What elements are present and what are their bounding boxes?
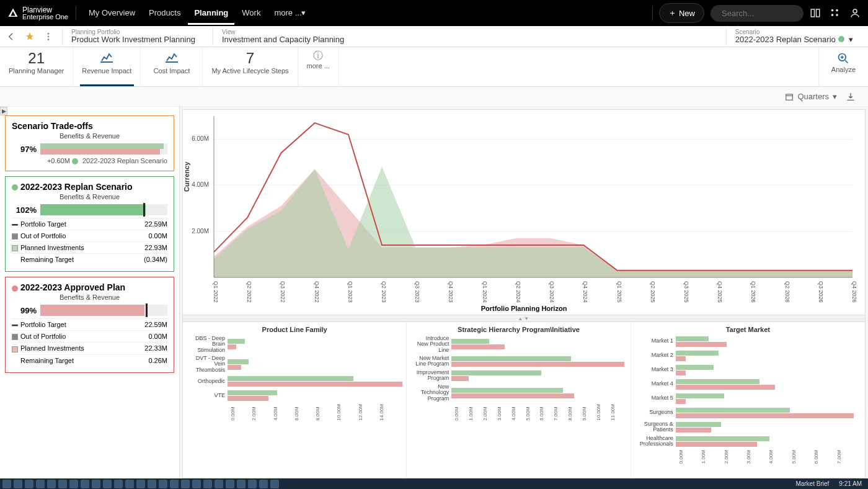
metric-row: Portfolio Target22.59M (12, 218, 167, 230)
bar-row: Improvement Program (413, 370, 624, 382)
tab-count-0: 21 (9, 51, 64, 66)
taskbar-icon[interactable] (92, 480, 100, 488)
svg-point-6 (853, 9, 857, 13)
bar-label: Introduce New Product Line (413, 336, 451, 353)
bar-pair (228, 359, 400, 370)
nav-planning[interactable]: Planning (188, 2, 234, 25)
taskbar-icon[interactable] (36, 480, 45, 488)
card-approved[interactable]: 2022-2023 Approved Plan Benefits & Reven… (5, 277, 174, 372)
tab-lifecycle-steps[interactable]: 7 My Active Lifecycle Steps (203, 47, 298, 86)
chart-target-market[interactable]: Target Market Market 1 Market 2 Market 3 (631, 322, 865, 478)
taskbar-icon[interactable] (215, 480, 223, 488)
tab-planning-manager[interactable]: 21 Planning Manager (0, 47, 73, 86)
nav-more[interactable]: more ...▾ (268, 2, 312, 25)
taskbar-icon[interactable] (14, 480, 22, 488)
apps-icon[interactable] (830, 7, 841, 19)
brand-logo[interactable]: Planview Enterprise One (7, 6, 76, 20)
charts-area: Currency Portfolio Planning Horizon 2.00… (182, 109, 866, 478)
taskbar-icon[interactable] (226, 480, 234, 488)
time-grain-select[interactable]: Quarters ▾ (785, 92, 837, 101)
chart-strategic-hierarchy[interactable]: Strategic Hierarchy Program\Initiative I… (407, 322, 631, 478)
back-icon[interactable] (6, 32, 16, 42)
svg-point-9 (48, 38, 50, 40)
taskbar-clock: 9:21 AM (839, 480, 862, 487)
taskbar-icon[interactable] (270, 480, 279, 488)
chart-icon (164, 52, 179, 63)
taskbar-icon[interactable] (159, 480, 167, 488)
taskbar-icon[interactable] (47, 480, 56, 488)
chart-product-line[interactable]: Product Line Family DBS - Deep Brain Sti… (183, 322, 407, 478)
bar-pair (451, 370, 624, 382)
new-button[interactable]: ＋New (659, 3, 704, 23)
bar-row: Orthopedic (189, 375, 400, 387)
bar-label: Market 1 (637, 338, 676, 344)
brand-line2: Enterprise One (22, 14, 68, 20)
analyze-button[interactable]: Analyze (818, 47, 868, 86)
tab-cost-impact[interactable]: Cost Impact (141, 47, 203, 86)
view-context[interactable]: View Investment and Capacity Planning (213, 27, 353, 45)
taskbar-icon[interactable] (58, 480, 67, 488)
taskbar-icon[interactable] (25, 480, 33, 488)
taskbar-icon[interactable] (103, 480, 112, 488)
scenario-context[interactable]: Scenario 2022-2023 Replan Scenario ▾ (726, 27, 862, 45)
bar-label: Orthopedic (189, 379, 228, 384)
metric-row: Planned Investments22.33M (12, 342, 167, 354)
portfolio-horizon-chart[interactable]: Currency Portfolio Planning Horizon 2.00… (183, 110, 865, 315)
bar-label: DVT - Deep Vein Thrombosis (189, 356, 228, 373)
kebab-icon[interactable] (43, 32, 53, 42)
svg-text:6.00M: 6.00M (192, 135, 209, 142)
taskbar-icon[interactable] (125, 480, 134, 488)
bar-label: Improvement Program (413, 370, 451, 382)
splitter[interactable]: ▴ ▾ (183, 315, 865, 322)
bar-row: Market 5 (637, 393, 859, 405)
nav-work[interactable]: Work (236, 2, 267, 25)
bar-label: Market 4 (637, 381, 676, 387)
taskbar-icon[interactable] (203, 480, 212, 488)
taskbar-icon[interactable] (237, 480, 246, 488)
tradeoffs-note: +0.60M 2022-2023 Replan Scenario (12, 157, 167, 164)
tab-revenue-impact[interactable]: Revenue Impact (73, 47, 141, 86)
taskbar-icon[interactable] (69, 480, 78, 488)
taskbar-icon[interactable] (181, 480, 190, 488)
bar-row: Market 4 (637, 379, 859, 390)
taskbar-icon[interactable] (2, 480, 11, 488)
svg-text:4.00M: 4.00M (192, 181, 209, 188)
tab-label-3: My Active Lifecycle Steps (211, 67, 288, 74)
windows-taskbar[interactable]: Market Brief 9:21 AM (0, 478, 868, 489)
chart-toolbar: Quarters ▾ (0, 87, 868, 107)
taskbar-icon[interactable] (170, 480, 179, 488)
taskbar-icon[interactable] (148, 480, 156, 488)
taskbar-icon[interactable] (81, 480, 89, 488)
favorite-icon[interactable] (25, 32, 35, 42)
taskbar-icon[interactable] (192, 480, 201, 488)
search-box[interactable] (711, 5, 804, 22)
bar-row: Market 3 (637, 364, 859, 376)
tab-more[interactable]: ⓘ more ... (298, 47, 339, 86)
taskbar-icon[interactable] (259, 480, 268, 488)
nav-my-overview[interactable]: My Overview (82, 2, 141, 25)
bar-pair (676, 407, 859, 419)
nav-products[interactable]: Products (143, 2, 187, 25)
card-replan[interactable]: 2022-2023 Replan Scenario Benefits & Rev… (5, 176, 174, 272)
metric-row: Planned Investments22.93M (12, 241, 167, 253)
taskbar-icon[interactable] (114, 480, 123, 488)
bar-row: DVT - Deep Vein Thrombosis (189, 356, 400, 373)
sidebar-expand-toggle[interactable]: ▶ (0, 107, 7, 115)
taskbar-icon[interactable] (136, 480, 145, 488)
svg-point-7 (48, 33, 50, 35)
portfolio-context[interactable]: Planning Portfolio Product Work Investme… (62, 27, 204, 45)
replan-pct: 102% (12, 205, 37, 215)
taskbar-icon[interactable] (248, 480, 257, 488)
bar-pair (228, 390, 400, 402)
book-icon[interactable] (810, 7, 821, 19)
tab-label-4: more ... (307, 62, 330, 70)
card-tradeoffs[interactable]: Scenario Trade-offs Benefits & Revenue 9… (5, 115, 174, 171)
download-icon[interactable] (846, 92, 856, 102)
svg-text:Q4 2024: Q4 2024 (582, 281, 588, 303)
new-button-label: New (679, 9, 695, 18)
svg-text:Q4 2026: Q4 2026 (851, 281, 857, 303)
user-icon[interactable] (849, 7, 861, 19)
bullet-icon (12, 285, 18, 292)
bar-row: Healthcare Professionals (637, 436, 859, 447)
svg-text:Q2 2023: Q2 2023 (381, 281, 387, 303)
